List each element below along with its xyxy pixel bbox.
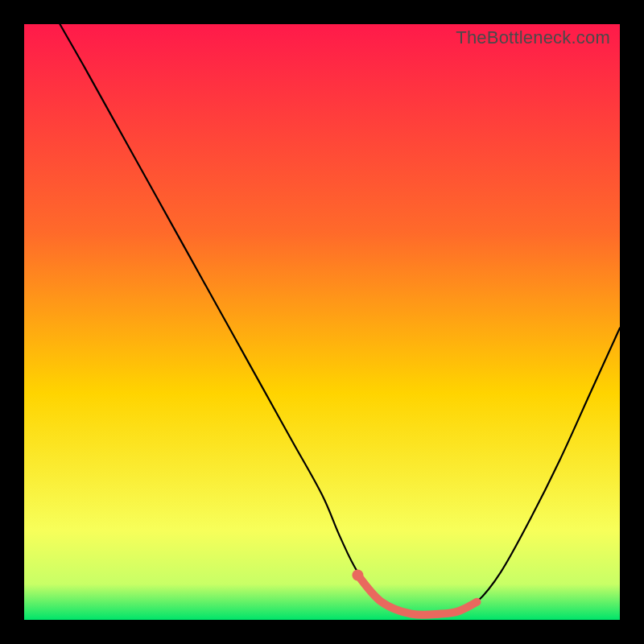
watermark-text: TheBottleneck.com bbox=[456, 27, 610, 48]
optimal-start-dot bbox=[352, 570, 363, 581]
gradient-background bbox=[24, 24, 620, 620]
chart-frame: TheBottleneck.com bbox=[24, 24, 620, 620]
bottleneck-chart bbox=[24, 24, 620, 620]
